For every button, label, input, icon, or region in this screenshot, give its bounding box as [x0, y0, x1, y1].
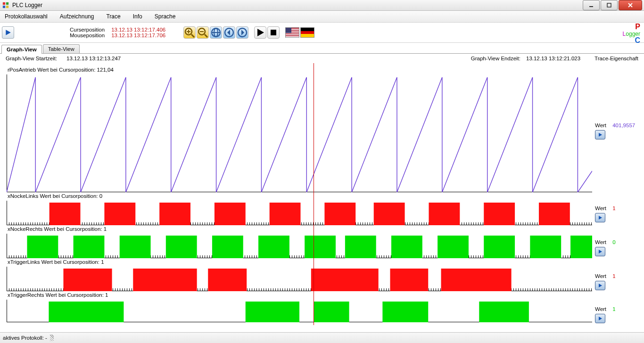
svg-rect-46	[530, 236, 561, 258]
trace-xtriggerlinks-label: xTriggerLinks Wert bei Cursorposition: 1	[8, 259, 104, 265]
svg-rect-2	[3, 6, 5, 8]
graph-header: Graph-View Startzeit: 13.12.13 13:12:13.…	[0, 54, 644, 63]
side-xnockerechts: Wert 0	[595, 239, 616, 256]
status-bar: aktives Protokoll: -	[0, 332, 644, 343]
svg-rect-54	[49, 302, 124, 322]
svg-marker-61	[599, 250, 602, 253]
svg-rect-51	[311, 269, 379, 291]
flag-us-icon[interactable]	[285, 27, 299, 38]
svg-rect-53	[441, 269, 512, 291]
cursor-line[interactable]	[314, 63, 314, 325]
trace-xnockerechts: xNockeRechts Wert bei Cursorposition: 1	[7, 234, 592, 258]
svg-rect-33	[484, 203, 515, 225]
svg-rect-57	[382, 302, 428, 322]
svg-rect-30	[324, 203, 355, 225]
graph-end-label: Graph-View Endzeit:	[471, 56, 520, 61]
run-button[interactable]	[2, 26, 14, 39]
svg-rect-47	[570, 236, 592, 258]
trace-xtriggerlinks-plot	[7, 267, 592, 291]
menu-protokollauswahl[interactable]: Protokollauswahl	[3, 12, 50, 21]
svg-rect-3	[6, 6, 8, 8]
svg-rect-24	[271, 30, 276, 35]
close-button[interactable]	[619, 0, 642, 10]
minimize-button[interactable]	[583, 0, 600, 10]
svg-rect-35	[27, 236, 58, 258]
svg-line-14	[205, 34, 207, 37]
trace-xnockelinks-label: xNockeLinks Wert bei Cursorposition: 0	[8, 193, 102, 199]
status-text: aktives Protokoll: -	[3, 335, 47, 341]
cursor-pos-label: Curserposition	[70, 27, 105, 33]
tab-graph-view[interactable]: Graph-View	[1, 45, 42, 54]
svg-rect-52	[390, 269, 429, 291]
side-play-5[interactable]	[595, 314, 605, 323]
trace-rposantrieb: rPosAntrieb Wert bei Cursorposition: 121…	[7, 74, 592, 192]
svg-rect-29	[270, 203, 301, 225]
zoom-in-icon[interactable]	[183, 26, 196, 39]
zoom-out-icon[interactable]	[197, 26, 209, 39]
plot-column[interactable]: rPosAntrieb Wert bei Cursorposition: 121…	[0, 63, 592, 325]
side-play-3[interactable]	[595, 247, 605, 256]
maximize-button[interactable]	[601, 0, 618, 10]
trace-rposantrieb-plot	[7, 74, 592, 192]
svg-rect-5	[607, 3, 611, 7]
zoom-next-icon[interactable]	[236, 26, 248, 39]
graph-end-value: 13.12.13 13:12:21.023	[526, 56, 580, 61]
trace-xtriggerrechts: xTriggerRechts Wert bei Cursorposition: …	[7, 300, 592, 322]
svg-line-10	[191, 34, 194, 37]
tab-table-view[interactable]: Table-View	[43, 44, 80, 53]
trace-xnockerechts-plot	[7, 234, 592, 258]
svg-marker-22	[241, 30, 244, 35]
graph-start-label: Graph-View Startzeit:	[6, 56, 57, 61]
play-button[interactable]	[254, 26, 266, 39]
trace-xnockerechts-label: xNockeRechts Wert bei Cursorposition: 1	[8, 226, 107, 232]
svg-rect-36	[74, 236, 105, 258]
zoom-fit-icon[interactable]	[210, 26, 222, 39]
zoom-prev-icon[interactable]	[223, 26, 235, 39]
mouse-pos-label: Mouseposition	[70, 33, 105, 38]
side-play-2[interactable]	[595, 213, 605, 222]
menu-info[interactable]: Info	[131, 12, 144, 21]
menu-aufzeichnung[interactable]: Aufzeichnung	[58, 12, 96, 21]
svg-rect-41	[305, 236, 336, 258]
side-play-4[interactable]	[595, 281, 605, 290]
svg-rect-48	[63, 269, 112, 291]
trace-xtriggerrechts-label: xTriggerRechts Wert bei Cursorposition: …	[8, 292, 108, 298]
trace-xtriggerlinks: xTriggerLinks Wert bei Cursorposition: 1	[7, 267, 592, 291]
svg-rect-1	[6, 2, 8, 5]
side-xtriggerrechts: Wert 1	[595, 306, 616, 323]
trace-rposantrieb-label: rPosAntrieb Wert bei Cursorposition: 121…	[8, 67, 114, 73]
app-icon	[2, 1, 9, 9]
menu-trace[interactable]: Trace	[104, 12, 122, 21]
svg-rect-58	[479, 302, 529, 322]
lang-group	[285, 27, 314, 38]
side-values: Wert 401,9557 Wert 1 Wert 0 Wert 1 Wert …	[592, 63, 644, 325]
graph-start-value: 13.12.13 13:12:13.247	[66, 56, 121, 61]
play-group	[254, 26, 280, 39]
svg-marker-63	[599, 317, 602, 320]
flag-de-icon[interactable]	[300, 27, 314, 38]
menu-sprache[interactable]: Sprache	[153, 12, 178, 21]
side-rposantrieb: Wert 401,9557	[595, 122, 635, 139]
cursor-pos-value: 13.12.13 13:12:17.406	[111, 27, 165, 33]
trace-xtriggerrechts-plot	[7, 300, 592, 322]
brand-logo: P Logger C	[623, 24, 640, 44]
svg-rect-0	[3, 2, 5, 5]
svg-rect-49	[133, 269, 197, 291]
svg-rect-31	[374, 203, 405, 225]
side-play-1[interactable]	[595, 130, 605, 139]
stop-button[interactable]	[267, 26, 280, 39]
svg-marker-62	[599, 284, 602, 287]
svg-rect-38	[166, 236, 197, 258]
svg-rect-45	[484, 236, 515, 258]
svg-rect-50	[208, 269, 247, 291]
status-grip[interactable]	[50, 335, 54, 341]
svg-rect-37	[120, 236, 151, 258]
svg-rect-55	[246, 302, 299, 322]
svg-rect-34	[539, 203, 570, 225]
svg-marker-8	[6, 30, 10, 35]
svg-rect-25	[50, 203, 81, 225]
svg-rect-32	[429, 203, 460, 225]
svg-rect-26	[104, 203, 135, 225]
svg-marker-20	[227, 30, 230, 35]
svg-marker-23	[257, 29, 264, 36]
